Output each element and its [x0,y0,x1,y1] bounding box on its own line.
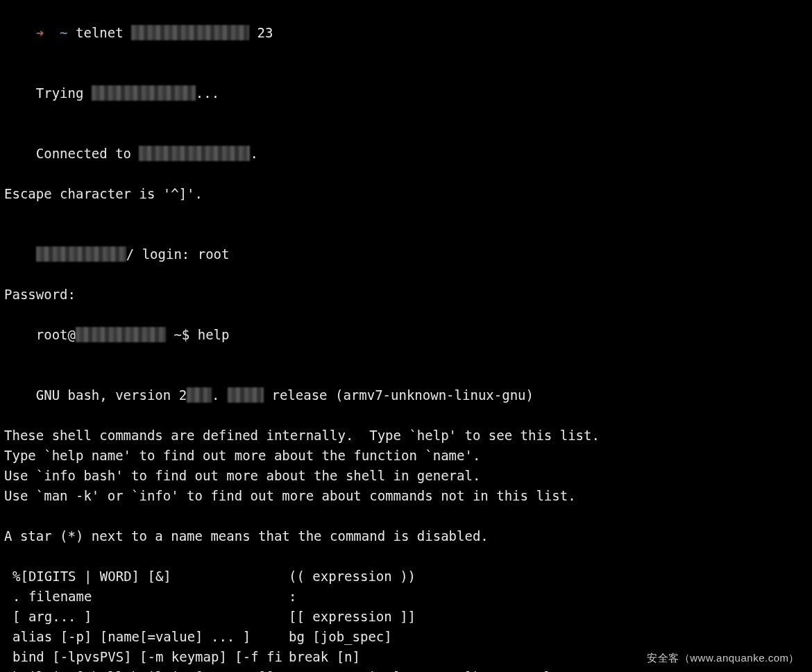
redacted-ip [92,85,196,101]
redacted-host [131,25,249,40]
shell-prompt-line: root@ ~$ help [4,305,808,365]
redacted-banner [36,246,126,262]
help-item: bg [job_spec] [289,627,559,647]
shell-user: root@ [36,327,76,342]
terminal-window[interactable]: ➜ ~ telnet 23 Trying ... Connected to . … [0,0,812,672]
help-item: . filename [12,587,289,607]
help-item: %[DIGITS | WORD] [&] [12,566,289,587]
help-item: break [n] [289,647,559,667]
bash-version-line: GNU bash, version 2. release (armv7-unkn… [4,365,808,426]
output-escape: Escape character is '^]'. [4,184,808,204]
blank-line [4,204,808,224]
help-item: builtin [shell-builtin [arg ...]] [12,667,289,672]
bash-version-tail: elease (armv7-unknown-linux-gnu) [280,387,534,403]
output-connected: Connected to . [4,124,808,184]
help-intro-line: A star (*) next to a name means that the… [4,526,808,546]
help-item: (( expression )) [289,566,559,587]
help-intro-line [4,546,808,566]
bash-version-mid: . [212,387,219,403]
bash-version-pre: GNU bash, version 2 [36,387,187,403]
redacted-hostname [76,327,166,342]
help-item: bind [-lpvsPVS] [-m keymap] [-f fi [12,647,289,667]
help-column-right: (( expression )):[[ expression ]]bg [job… [289,566,559,672]
connected-tail: . [250,146,257,161]
redacted-ver2 [228,387,264,403]
prompt-line: ➜ ~ telnet 23 [4,3,808,63]
help-intro-line: Type `help name' to find out more about … [4,446,808,466]
help-intro-line: Use `man -k' or `info' to find out more … [4,486,808,506]
prompt-arrow-icon: ➜ [36,25,44,40]
help-intro-line [4,506,808,526]
trying-tail: ... [196,85,219,101]
help-item: case WORD in [PATTERN [| PATTERN]. [289,667,559,672]
help-intro-block: These shell commands are defined interna… [4,426,808,566]
help-item: : [289,587,559,607]
trying-label: Trying [36,85,92,101]
password-line: Password: [4,285,808,305]
command-name: telnet [76,25,124,40]
command-port: 23 [257,25,273,40]
connected-label: Connected to [36,146,139,161]
redacted-host-2 [139,146,250,161]
output-trying: Trying ... [4,63,808,124]
redacted-ver1 [187,387,212,403]
help-item: [ arg... ] [12,607,289,627]
login-label: / login: [126,246,198,262]
help-intro-line: These shell commands are defined interna… [4,426,808,446]
shell-prompt-tail: ~$ [166,327,198,342]
help-column-left: %[DIGITS | WORD] [&]. filename[ arg... ]… [12,566,289,672]
prompt-cwd: ~ [60,25,67,40]
login-user: root [198,246,230,262]
help-item: [[ expression ]] [289,607,559,627]
login-line: / login: root [4,224,808,285]
help-intro-line: Use `info bash' to find out more about t… [4,466,808,486]
help-item: alias [-p] [name[=value] ... ] [12,627,289,647]
watermark-text: 安全客（www.anquanke.com） [647,648,800,668]
shell-command: help [198,327,230,342]
